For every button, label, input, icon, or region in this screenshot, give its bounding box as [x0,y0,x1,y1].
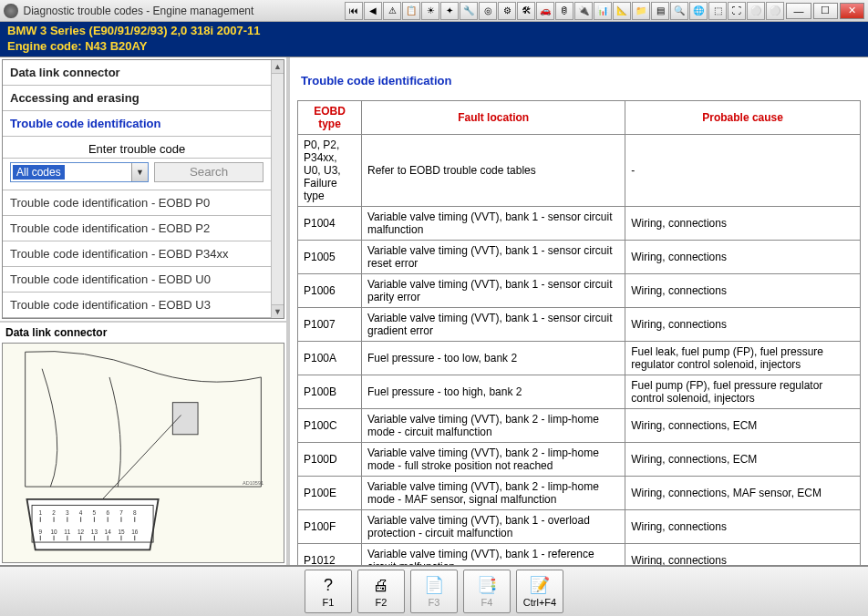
table-row: P1005Variable valve timing (VVT), bank 1… [298,240,861,273]
toolbar-button-21[interactable]: ⚪ [747,2,765,20]
col-eobd-type: EOBD type [298,100,362,134]
nav-sublink[interactable]: Trouble code identification - EOBD P0 [3,190,271,216]
toolbar-button-9[interactable]: 🛠 [517,2,535,20]
fkey-label: F2 [376,597,388,608]
search-button[interactable]: Search [154,162,264,182]
svg-text:AD10591: AD10591 [243,480,264,486]
fkey-ctrl-f4[interactable]: 📝Ctrl+F4 [516,570,563,613]
cell-cause: Fuel leak, fuel pump (FP), fuel pressure… [625,341,861,375]
toolbar-button-11[interactable]: 🛢 [555,2,574,20]
cell-cause: Wiring, connections [625,543,861,565]
toolbar-button-2[interactable]: ⚠ [383,2,401,20]
nav-item[interactable]: Trouble code identification [3,111,271,137]
close-button[interactable]: ✕ [840,3,864,19]
toolbar-button-14[interactable]: 📐 [613,2,631,20]
toolbar-button-5[interactable]: ✦ [440,2,459,20]
cell-fault: Refer to EOBD trouble code tables [362,134,625,206]
cell-code: P100E [298,476,362,509]
table-row: P100DVariable valve timing (VVT), bank 2… [298,442,861,476]
cell-code: P1012 [298,543,362,565]
window-title: Diagnostic trouble codes - Engine manage… [24,5,254,17]
svg-text:11: 11 [64,529,71,535]
svg-text:16: 16 [131,529,139,535]
svg-text:7: 7 [119,509,123,516]
cell-fault: Variable valve timing (VVT), bank 2 - li… [362,408,625,442]
cell-fault: Variable valve timing (VVT), bank 1 - se… [362,273,625,307]
fkey-icon: 📄 [424,575,444,595]
cell-code: P1004 [298,206,362,240]
cell-fault: Fuel pressure - too high, bank 2 [362,375,625,408]
fkey-label: F1 [323,597,335,608]
content-pane[interactable]: Trouble code identification EOBD type Fa… [290,57,868,565]
cell-fault: Variable valve timing (VVT), bank 1 - ov… [362,509,625,543]
fkey-icon: 📝 [530,575,550,595]
codes-dropdown-value: All codes [13,165,65,180]
nav-list: Data link connectorAccessing and erasing… [2,59,284,319]
nav-item[interactable]: Accessing and erasing [3,86,271,111]
nav-sublink[interactable]: Trouble code identification - EOBD U0 [3,267,271,293]
cell-code: P100A [298,341,362,375]
title-bar: Diagnostic trouble codes - Engine manage… [0,0,868,22]
nav-item[interactable]: Data link connector [3,60,271,86]
toolbar-button-4[interactable]: ☀ [421,2,439,20]
toolbar-button-0[interactable]: ⏮ [345,2,363,20]
toolbar-button-10[interactable]: 🚗 [536,2,554,20]
cell-fault: Variable valve timing (VVT), bank 1 - se… [362,240,625,273]
table-row: P1012Variable valve timing (VVT), bank 1… [298,543,861,565]
toolbar-button-3[interactable]: 📋 [402,2,420,20]
codes-dropdown[interactable]: All codes ▼ [10,162,149,182]
table-row: P100EVariable valve timing (VVT), bank 2… [298,476,861,509]
svg-text:4: 4 [79,509,83,516]
cell-cause: - [625,134,861,206]
cell-fault: Variable valve timing (VVT), bank 1 - se… [362,307,625,341]
svg-rect-1 [172,402,198,434]
toolbar-button-15[interactable]: 📁 [632,2,650,20]
nav-scrollbar[interactable] [271,60,284,318]
toolbar-button-1[interactable]: ◀ [364,2,382,20]
diagram-label: Data link connector [0,321,286,343]
nav-sublink[interactable]: Trouble code identification - EOBD P2 [3,216,271,241]
table-row: P1006Variable valve timing (VVT), bank 1… [298,273,861,307]
cell-fault: Variable valve timing (VVT), bank 2 - li… [362,476,625,509]
cell-code: P100B [298,375,362,408]
table-header-row: EOBD type Fault location Probable cause [298,100,861,134]
toolbar-button-6[interactable]: 🔧 [460,2,478,20]
minimize-button[interactable]: — [786,3,811,19]
toolbar-button-18[interactable]: 🌐 [689,2,708,20]
toolbar-button-12[interactable]: 🔌 [574,2,593,20]
svg-text:14: 14 [105,529,112,535]
cell-code: P1005 [298,240,362,273]
cell-cause: Wiring, connections [625,273,861,307]
fkey-label: Ctrl+F4 [523,597,556,608]
table-row: P100BFuel pressure - too high, bank 2Fue… [298,375,861,408]
svg-text:10: 10 [50,529,57,535]
nav-sublink[interactable]: Trouble code identification - EOBD P34xx [3,241,271,267]
toolbar-button-19[interactable]: ⬚ [708,2,727,20]
toolbar-button-13[interactable]: 📊 [594,2,612,20]
toolbar-button-17[interactable]: 🔍 [670,2,688,20]
fkey-f1[interactable]: ?F1 [305,570,352,613]
cell-fault: Variable valve timing (VVT), bank 2 - li… [362,442,625,476]
fkey-f2[interactable]: 🖨F2 [357,570,405,613]
toolbar-button-7[interactable]: ◎ [479,2,497,20]
fkey-icon: 📑 [477,575,497,595]
connector-diagram: 12345678 910111213141516 AD10591 [2,343,284,563]
toolbar-button-20[interactable]: ⛶ [728,2,746,20]
fkey-label: F3 [429,597,440,608]
fkey-icon: ? [324,576,333,595]
table-row: P100AFuel pressure - too low, bank 2Fuel… [298,341,861,375]
cell-code: P100F [298,509,362,543]
svg-text:3: 3 [66,509,69,516]
maximize-button[interactable]: ☐ [813,3,838,19]
toolbar-button-8[interactable]: ⚙ [498,2,516,20]
nav-sublink[interactable]: Trouble code identification - EOBD U3 [3,293,271,318]
col-fault-location: Fault location [362,100,625,134]
toolbar-button-16[interactable]: ▤ [651,2,669,20]
cell-cause: Wiring, connections, MAF sensor, ECM [625,476,861,509]
fkey-label: F4 [481,597,493,608]
cell-cause: Wiring, connections [625,307,861,341]
cell-cause: Wiring, connections [625,206,861,240]
col-probable-cause: Probable cause [625,100,861,134]
enter-code-label: Enter trouble code [3,137,271,159]
toolbar-button-22[interactable]: ⚪ [766,2,784,20]
